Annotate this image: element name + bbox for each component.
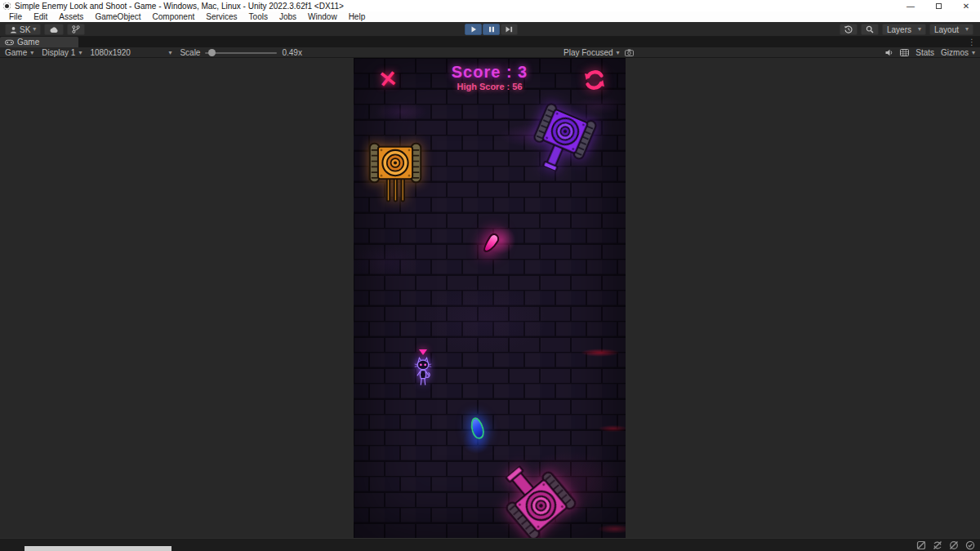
aspect-dropdown[interactable]: Game ▾ — [5, 47, 33, 58]
focus-label: Play Focused — [564, 48, 613, 57]
version-control-button[interactable] — [67, 24, 85, 35]
aspect-label: Game — [5, 48, 27, 57]
tab-game-label: Game — [17, 38, 39, 47]
player-target-marker — [419, 349, 427, 355]
capture-button[interactable] — [625, 49, 634, 56]
titlebar: Simple Enemy Look and Shoot - Game - Win… — [0, 0, 980, 11]
history-icon — [844, 25, 853, 33]
display-dropdown[interactable]: Display 1 ▾ — [42, 47, 82, 58]
chevron-down-icon: ▾ — [972, 50, 975, 56]
speaker-icon — [885, 49, 893, 56]
background-tasks-icon[interactable] — [965, 540, 975, 550]
stats-toggle[interactable]: Stats — [915, 48, 934, 57]
cache-server-disabled-icon[interactable] — [916, 540, 926, 550]
player-cat-sprite — [411, 357, 435, 388]
toolbar-left-group: SK ▾ — [5, 24, 85, 35]
cloud-icon — [49, 26, 59, 33]
unity-logo-icon — [3, 2, 11, 10]
play-controls — [465, 24, 518, 35]
chevron-down-icon: ▾ — [168, 50, 172, 56]
search-icon — [866, 25, 874, 33]
game-viewport[interactable]: ✕ Score : 3 High Score : 56 — [354, 58, 626, 538]
game-view-toolbar-left: Game ▾ Display 1 ▾ 1080x1920 ▾ Scale 0.4… — [5, 47, 302, 58]
menu-tools[interactable]: Tools — [243, 11, 274, 22]
menu-bar: File Edit Assets GameObject Component Se… — [0, 11, 980, 22]
restore-icon — [936, 3, 942, 9]
status-bar — [0, 538, 980, 551]
search-button[interactable] — [861, 24, 879, 35]
minimize-button[interactable]: — — [897, 0, 924, 11]
camera-icon — [625, 49, 634, 56]
game-view-toolbar-center: Play Focused ▾ — [564, 47, 634, 58]
window-title: Simple Enemy Look and Shoot - Game - Win… — [15, 2, 344, 11]
layers-label: Layers — [887, 25, 911, 34]
unity-window: Simple Enemy Look and Shoot - Game - Win… — [0, 0, 980, 551]
chevron-down-icon: ▾ — [33, 26, 36, 33]
game-view-toolbar: Game ▾ Display 1 ▾ 1080x1920 ▾ Scale 0.4… — [0, 47, 980, 58]
step-button[interactable] — [501, 24, 518, 35]
status-icons — [916, 540, 975, 550]
scale-value: 0.49x — [282, 48, 301, 57]
gizmos-dropdown[interactable]: Gizmos ▾ — [941, 47, 975, 58]
gizmos-label: Gizmos — [941, 48, 969, 57]
game-restart-button[interactable] — [581, 67, 608, 93]
enemy-tank-orange — [368, 136, 423, 202]
restore-button[interactable] — [924, 0, 952, 11]
person-icon — [10, 26, 17, 33]
layers-dropdown[interactable]: Layers ▾ — [882, 24, 926, 35]
account-dropdown[interactable]: SK ▾ — [5, 24, 41, 35]
mute-audio-button[interactable] — [885, 49, 893, 56]
vsync-monitor-button[interactable] — [900, 49, 909, 56]
resolution-label: 1080x1920 — [90, 48, 131, 57]
menu-window[interactable]: Window — [302, 11, 343, 22]
focus-dropdown[interactable]: Play Focused ▾ — [564, 47, 620, 58]
chevron-down-icon: ▾ — [965, 26, 969, 33]
scale-label: Scale — [180, 48, 200, 57]
pause-button[interactable] — [483, 24, 500, 35]
menu-jobs[interactable]: Jobs — [274, 11, 302, 22]
code-optimization-disabled-icon[interactable] — [949, 540, 959, 550]
scale-slider-handle[interactable] — [208, 49, 216, 56]
cloud-button[interactable] — [44, 24, 64, 35]
game-view-toolbar-right: Stats Gizmos ▾ — [885, 47, 975, 58]
close-button[interactable]: ✕ — [952, 0, 980, 11]
resolution-dropdown[interactable]: 1080x1920 ▾ — [90, 47, 172, 58]
menu-file[interactable]: File — [3, 11, 28, 22]
gamepad-icon — [5, 39, 14, 46]
layout-dropdown[interactable]: Layout ▾ — [929, 24, 973, 35]
play-button[interactable] — [465, 24, 482, 35]
tab-game[interactable]: Game — [0, 37, 78, 47]
account-label: SK — [20, 25, 30, 34]
restart-icon — [581, 67, 608, 93]
menu-services[interactable]: Services — [200, 11, 243, 22]
step-icon — [506, 26, 513, 33]
play-icon — [470, 26, 477, 33]
editor-work-area: ✕ Score : 3 High Score : 56 — [0, 58, 980, 538]
menu-edit[interactable]: Edit — [28, 11, 53, 22]
grid-monitor-icon — [900, 49, 909, 56]
window-controls: — ✕ — [897, 0, 980, 11]
branch-icon — [72, 25, 80, 33]
panel-menu-icon[interactable]: ⋮ — [968, 37, 976, 47]
scale-control: Scale 0.49x — [180, 48, 301, 57]
chevron-down-icon: ▾ — [78, 50, 82, 56]
pause-icon — [488, 26, 495, 33]
menu-help[interactable]: Help — [343, 11, 372, 22]
toolbar-right-group: Layers ▾ Layout ▾ — [840, 24, 973, 35]
undo-history-button[interactable] — [840, 24, 858, 35]
chevron-down-icon: ▾ — [30, 50, 33, 56]
scale-slider[interactable] — [205, 52, 277, 54]
chevron-down-icon: ▾ — [617, 50, 620, 56]
taskbar-sliver — [24, 546, 172, 551]
menu-assets[interactable]: Assets — [53, 11, 89, 22]
display-label: Display 1 — [42, 48, 75, 57]
chevron-down-icon: ▾ — [918, 26, 921, 33]
menu-gameobject[interactable]: GameObject — [89, 11, 146, 22]
main-toolbar: SK ▾ — [0, 22, 980, 37]
auto-refresh-disabled-icon[interactable] — [933, 540, 942, 550]
layout-label: Layout — [934, 25, 959, 34]
menu-component[interactable]: Component — [147, 11, 201, 22]
tab-strip: Game ⋮ — [0, 37, 980, 47]
